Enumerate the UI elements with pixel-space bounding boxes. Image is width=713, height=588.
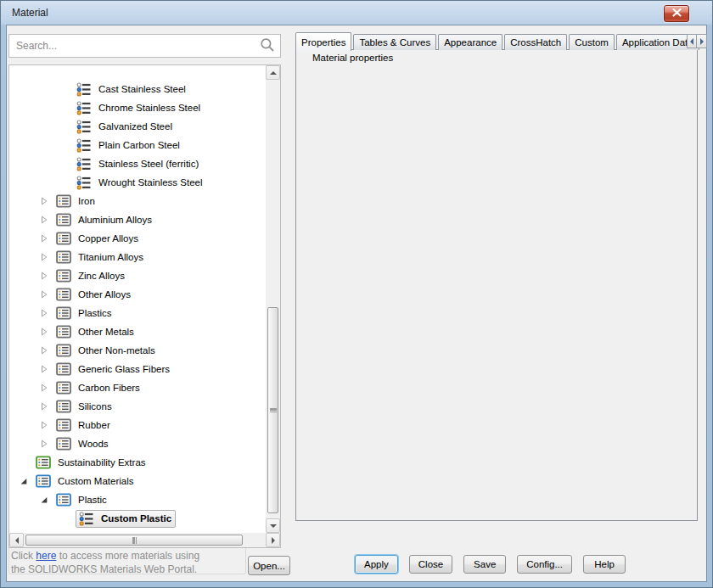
tree-item-rubber[interactable]: Rubber [10, 416, 267, 434]
tree-item-silicons[interactable]: Silicons [10, 397, 267, 416]
tree-item-stainless-steel-ferritic[interactable]: Stainless Steel (ferritic) [10, 154, 267, 173]
tree-item-woods[interactable]: Woods [10, 434, 267, 453]
expand-icon[interactable] [40, 253, 55, 261]
scroll-down-button[interactable] [266, 518, 280, 533]
tree-item-galvanized-steel[interactable]: Galvanized Steel [10, 117, 267, 136]
tree-item-other-non-metals[interactable]: Other Non-metals [10, 341, 267, 360]
tree-item-label: Aluminium Alloys [78, 215, 152, 225]
scroll-left-button[interactable] [9, 533, 24, 547]
expand-icon[interactable] [40, 421, 55, 429]
tree-item-chrome-stainless-steel[interactable]: Chrome Stainless Steel [10, 98, 267, 117]
tree-item-plain-carbon-steel[interactable]: Plain Carbon Steel [10, 136, 267, 154]
expand-icon[interactable] [40, 309, 55, 317]
tree-item-body: Other Non-metals [55, 342, 160, 359]
save-button[interactable]: Save [463, 555, 506, 574]
vertical-scroll-thumb[interactable] [267, 307, 278, 513]
dialog-buttons: ApplyCloseSaveConfig...Help [355, 555, 626, 574]
scroll-right-button[interactable] [266, 533, 280, 547]
category-icon [56, 194, 75, 208]
tab-properties[interactable]: Properties [295, 32, 351, 51]
category-icon [56, 437, 75, 451]
tree-item-body: Iron [55, 193, 99, 210]
tree-item-titanium-alloys[interactable]: Titanium Alloys [10, 248, 267, 266]
tree-item-carbon-fibers[interactable]: Carbon Fibers [10, 378, 267, 397]
expand-icon[interactable] [40, 365, 55, 373]
collapse-icon[interactable] [20, 477, 35, 485]
triangle-right-icon [272, 537, 275, 544]
tab-crosshatch[interactable]: CrossHatch [504, 34, 567, 50]
expand-icon[interactable] [40, 234, 55, 243]
tab-scroll-left-button[interactable] [687, 34, 697, 48]
tree-indent [10, 425, 40, 426]
tab-tables-curves[interactable]: Tables & Curves [353, 34, 436, 50]
horizontal-scroll-thumb[interactable] [25, 535, 243, 546]
expand-icon[interactable] [40, 346, 55, 355]
tree-item-custom-materials[interactable]: Custom Materials [10, 472, 267, 490]
tree-item-copper-alloys[interactable]: Copper Alloys [10, 229, 267, 248]
tree-indent [10, 257, 40, 258]
tree-item-iron[interactable]: Iron [10, 192, 267, 210]
tree-item-body: Carbon Fibers [55, 379, 144, 396]
collapse-icon[interactable] [40, 496, 55, 504]
scroll-grip-icon [270, 408, 277, 412]
tree-item-aluminium-alloys[interactable]: Aluminium Alloys [10, 210, 267, 229]
tree-indent [10, 182, 60, 183]
expand-icon[interactable] [40, 328, 55, 336]
tab-appearance[interactable]: Appearance [438, 34, 502, 50]
tree-horizontal-scrollbar[interactable] [9, 533, 280, 547]
category-icon [56, 288, 75, 301]
category-icon [36, 456, 54, 469]
tree-vertical-scrollbar[interactable] [266, 65, 280, 533]
tree-item-body: Sustainability Extras [35, 454, 150, 471]
expand-icon[interactable] [40, 440, 55, 448]
expand-icon[interactable] [40, 197, 55, 205]
tree-item-cast-stainless-steel[interactable]: Cast Stainless Steel [10, 80, 267, 98]
expand-icon[interactable] [40, 290, 55, 299]
expand-icon[interactable] [40, 216, 55, 224]
tree-item-body: Plain Carbon Steel [76, 137, 184, 154]
tree-item-label: Custom Plastic [101, 513, 171, 524]
tree-item-other-alloys[interactable]: Other Alloys [10, 285, 267, 304]
tree-item-body: Galvanized Steel [76, 118, 177, 136]
tree-item-label: Custom Materials [58, 476, 133, 486]
tab-custom[interactable]: Custom [569, 34, 615, 50]
category-icon [56, 269, 75, 283]
tree-item-plastic[interactable]: Plastic [10, 490, 267, 509]
tree-indent [10, 201, 40, 202]
expand-icon[interactable] [40, 384, 55, 392]
category-icon [56, 213, 75, 227]
tab-scroll-arrows [687, 34, 707, 48]
tree-item-label: Rubber [78, 420, 110, 430]
apply-button[interactable]: Apply [355, 555, 398, 574]
expand-icon[interactable] [40, 272, 55, 280]
close-button[interactable] [664, 5, 689, 22]
expand-icon[interactable] [40, 402, 55, 411]
tree-item-body: Stainless Steel (ferritic) [76, 155, 203, 173]
tree-item-label: Iron [78, 196, 95, 206]
tree-item-other-metals[interactable]: Other Metals [10, 322, 267, 341]
close-button[interactable]: Close [409, 555, 452, 574]
web-portal-text-line2: the SOLIDWORKS Materials Web Portal. [11, 563, 197, 575]
tree-item-plastics[interactable]: Plastics [10, 304, 267, 322]
tab-scroll-right-button[interactable] [697, 34, 707, 48]
tree-item-body: Chrome Stainless Steel [76, 99, 205, 117]
open-button[interactable]: Open... [248, 556, 290, 575]
tree-item-label: Chrome Stainless Steel [98, 103, 200, 113]
tree-item-custom-plastic[interactable]: Custom Plastic [10, 509, 267, 528]
config-button[interactable]: Config... [517, 555, 572, 574]
tree-item-wrought-stainless-steel[interactable]: Wrought Stainless Steel [10, 173, 267, 192]
help-button[interactable]: Help [583, 555, 626, 574]
here-link[interactable]: here [36, 550, 56, 562]
triangle-right-icon [700, 38, 704, 45]
tree-item-zinc-alloys[interactable]: Zinc Alloys [10, 266, 267, 285]
tree-item-label: Galvanized Steel [98, 121, 172, 132]
material-icon [76, 157, 95, 171]
tree-indent [10, 238, 40, 239]
tree-item-generic-glass-fibers[interactable]: Generic Glass Fibers [10, 360, 267, 378]
search-input[interactable]: Search... [8, 34, 281, 58]
tree-item-sustainability-extras[interactable]: Sustainability Extras [10, 453, 267, 472]
tree-items: Cast Stainless Steel Chrome Stainless St… [10, 66, 267, 534]
tree-item-body: Rubber [55, 417, 115, 434]
scroll-up-button[interactable] [266, 65, 280, 80]
triangle-left-icon [690, 38, 693, 45]
